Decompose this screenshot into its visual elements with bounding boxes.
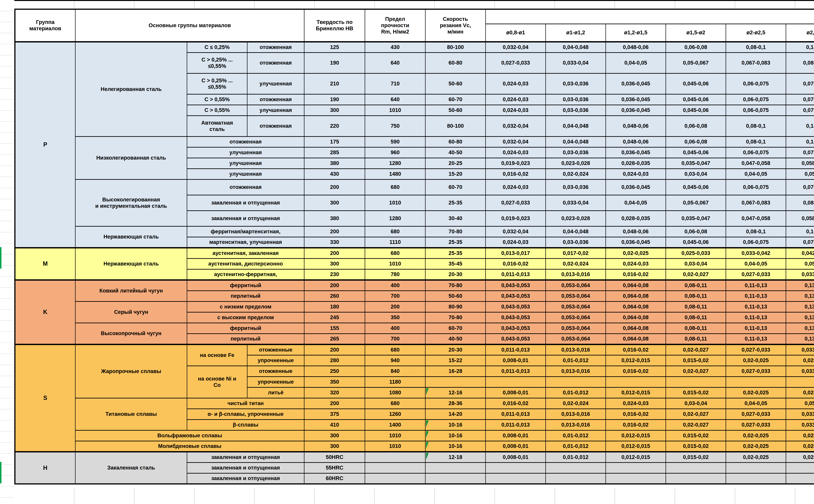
feed-cell[interactable]: 0,083-0,13 <box>786 195 814 211</box>
feed-cell[interactable]: 0,053-0,064 <box>546 291 606 301</box>
feed-cell[interactable]: 0,02-0,025 <box>726 387 786 398</box>
feed-cell[interactable] <box>606 377 666 387</box>
feed-cell[interactable]: 0,016-0,02 <box>486 259 546 269</box>
feed-cell[interactable]: 0,013-0,016 <box>546 366 606 377</box>
rm-cell[interactable]: 1280 <box>365 158 426 169</box>
material-cell[interactable]: ферритная/мартенситная, <box>187 226 304 237</box>
feed-cell[interactable]: 0,027-0,033 <box>486 195 546 211</box>
feed-cell[interactable]: 0,03-0,036 <box>546 94 606 105</box>
vc-cell[interactable]: 50-60 <box>426 73 486 94</box>
vc-cell[interactable] <box>426 377 486 387</box>
feed-cell[interactable]: 0,013-0,016 <box>546 269 606 280</box>
vc-cell[interactable]: 60-70 <box>426 94 486 105</box>
feed-cell[interactable]: 0,03-0,036 <box>546 237 606 248</box>
feed-cell[interactable]: 0,075-0,12 <box>786 73 814 94</box>
vc-cell[interactable]: 14-20 <box>426 409 486 420</box>
feed-cell[interactable]: 0,033-0,04 <box>546 53 606 73</box>
feed-cell[interactable]: 0,01-0,012 <box>546 387 606 398</box>
feed-cell[interactable]: 0,04-0,05 <box>726 169 786 179</box>
feed-cell[interactable]: 0,016-0,02 <box>606 366 666 377</box>
feed-cell[interactable]: 0,015-0,02 <box>666 387 726 398</box>
vc-cell[interactable]: 12-18 <box>426 452 486 463</box>
feed-cell[interactable]: 0,05-0,08 <box>786 398 814 409</box>
hb-cell[interactable]: 200 <box>304 226 365 237</box>
vc-cell[interactable]: 80-100 <box>426 42 486 53</box>
vc-cell[interactable]: 40-50 <box>426 147 486 158</box>
feed-cell[interactable]: 0,02-0,024 <box>546 398 606 409</box>
feed-cell[interactable]: 0,036-0,045 <box>606 105 666 116</box>
material-cell[interactable]: мартенситная, улучшенная <box>187 237 304 248</box>
hb-cell[interactable]: 55HRC <box>304 463 365 473</box>
material-cell[interactable]: улучшенная <box>187 169 304 179</box>
feed-cell[interactable]: 0,08-0,11 <box>666 280 726 291</box>
feed-cell[interactable]: 0,043-0,053 <box>486 323 546 334</box>
material-cell[interactable]: Нержавеющая сталь <box>75 226 187 248</box>
material-cell[interactable]: закаленная и отпущенная <box>187 463 304 473</box>
feed-cell[interactable]: 0,053-0,064 <box>546 312 606 323</box>
hb-cell[interactable]: 320 <box>304 387 365 398</box>
vc-cell[interactable]: 20-30 <box>426 344 486 355</box>
rm-cell[interactable]: 350 <box>365 312 426 323</box>
feed-cell[interactable]: 0,064-0,08 <box>606 280 666 291</box>
material-cell[interactable]: закаленная и отпущенная <box>187 211 304 226</box>
feed-cell[interactable]: 0,025-0,04 <box>786 387 814 398</box>
feed-cell[interactable]: 0,01-0,012 <box>546 355 606 366</box>
vc-cell[interactable]: 25-35 <box>426 195 486 211</box>
feed-cell[interactable]: 0,06-0,08 <box>666 226 726 237</box>
material-cell[interactable]: C > 0,55% <box>187 105 247 116</box>
material-cell[interactable]: Жаропрочные сплавы <box>75 344 187 398</box>
feed-cell[interactable]: 0,08-0,1 <box>726 136 786 147</box>
feed-cell[interactable]: 0,017-0,02 <box>546 248 606 259</box>
rm-cell[interactable]: 1080 <box>365 387 426 398</box>
feed-cell[interactable]: 0,016-0,02 <box>606 344 666 355</box>
feed-cell[interactable]: 0,06-0,075 <box>726 73 786 94</box>
feed-cell[interactable]: 0,008-0,01 <box>486 387 546 398</box>
feed-cell[interactable]: 0,05-0,067 <box>666 53 726 73</box>
rm-cell[interactable]: 680 <box>365 226 426 237</box>
hb-cell[interactable]: 300 <box>304 195 365 211</box>
feed-cell[interactable]: 0,043-0,053 <box>486 280 546 291</box>
feed-cell[interactable]: 0,015-0,02 <box>666 355 726 366</box>
feed-cell[interactable] <box>606 473 666 484</box>
vc-cell[interactable]: 60-70 <box>426 179 486 195</box>
feed-col-header[interactable]: ø1,2-ø1,5 <box>606 24 666 42</box>
feed-cell[interactable]: 0,04-0,05 <box>606 195 666 211</box>
feed-cell[interactable] <box>486 463 546 473</box>
feed-cell[interactable]: 0,05-0,08 <box>786 259 814 269</box>
feed-cell[interactable]: 0,016-0,02 <box>606 269 666 280</box>
feed-cell[interactable]: 0,015-0,02 <box>666 430 726 441</box>
feed-cell[interactable]: 0,06-0,075 <box>726 147 786 158</box>
feed-cell[interactable]: 0,03-0,04 <box>666 259 726 269</box>
feed-cell[interactable]: 0,036-0,045 <box>606 73 666 94</box>
rm-cell[interactable]: 960 <box>365 147 426 158</box>
material-cell[interactable]: упрочненные <box>247 355 304 366</box>
feed-cell[interactable] <box>486 377 546 387</box>
feed-cell[interactable]: 0,02-0,027 <box>666 420 726 430</box>
hb-cell[interactable]: 220 <box>304 116 365 136</box>
feed-cell[interactable]: 0,064-0,08 <box>606 323 666 334</box>
feed-cell[interactable]: 0,033-0,053 <box>786 420 814 430</box>
vc-cell[interactable]: 60-70 <box>426 323 486 334</box>
vc-cell[interactable]: 10-16 <box>426 441 486 452</box>
feed-cell[interactable]: 0,024-0,03 <box>486 105 546 116</box>
rm-cell[interactable]: 400 <box>365 323 426 334</box>
rm-cell[interactable] <box>365 473 426 484</box>
feed-cell[interactable]: 0,02-0,025 <box>726 441 786 452</box>
feed-cell[interactable]: 0,016-0,02 <box>606 420 666 430</box>
feed-cell[interactable] <box>786 473 814 484</box>
hb-cell[interactable]: 250 <box>304 366 365 377</box>
feed-cell[interactable]: 0,064-0,08 <box>606 301 666 312</box>
feed-cell[interactable]: 0,033-0,04 <box>546 195 606 211</box>
feed-cell[interactable]: 0,08-0,11 <box>666 323 726 334</box>
material-cell[interactable]: закаленная и отпущенная <box>187 452 304 463</box>
feed-cell[interactable]: 0,043-0,053 <box>486 334 546 344</box>
material-cell[interactable]: закаленная и отпущенная <box>187 195 304 211</box>
col-header-vc[interactable]: Скорость резания Vc, м/мин <box>426 9 486 42</box>
vc-cell[interactable]: 50-60 <box>426 105 486 116</box>
material-cell[interactable]: улучшенная <box>187 147 304 158</box>
feed-cell[interactable]: 0,011-0,013 <box>486 344 546 355</box>
hb-cell[interactable]: 285 <box>304 147 365 158</box>
feed-cell[interactable]: 0,043-0,053 <box>486 312 546 323</box>
material-cell[interactable]: C > 0,55% <box>187 94 247 105</box>
feed-cell[interactable] <box>666 377 726 387</box>
